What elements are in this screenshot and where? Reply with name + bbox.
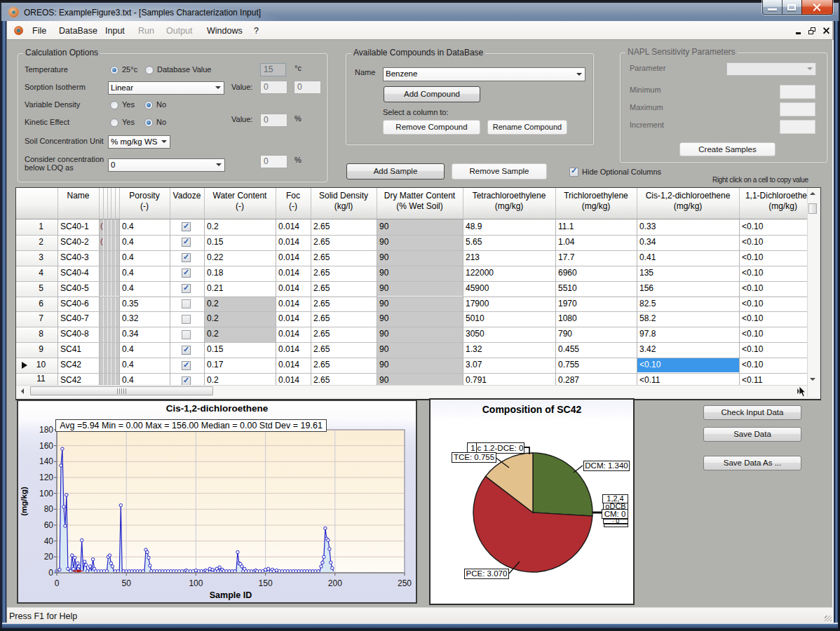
svg-text:160: 160 xyxy=(39,441,53,451)
svg-text:100: 100 xyxy=(189,578,203,588)
svg-text:180: 180 xyxy=(39,425,53,435)
svg-text:(mg/kg): (mg/kg) xyxy=(20,487,28,516)
svg-text:0: 0 xyxy=(55,578,60,588)
svg-text:120: 120 xyxy=(39,473,53,482)
svg-text:80: 80 xyxy=(44,504,54,514)
svg-text:250: 250 xyxy=(398,578,412,588)
svg-text:140: 140 xyxy=(39,456,53,466)
svg-text:40: 40 xyxy=(44,536,54,546)
svg-text:150: 150 xyxy=(259,578,273,588)
svg-text:Sample ID: Sample ID xyxy=(210,590,252,600)
svg-text:20: 20 xyxy=(44,552,54,562)
svg-text:50: 50 xyxy=(122,578,132,588)
svg-text:200: 200 xyxy=(328,578,342,588)
svg-text:100: 100 xyxy=(39,489,53,498)
svg-text:60: 60 xyxy=(44,520,54,530)
svg-text:0: 0 xyxy=(48,568,53,578)
